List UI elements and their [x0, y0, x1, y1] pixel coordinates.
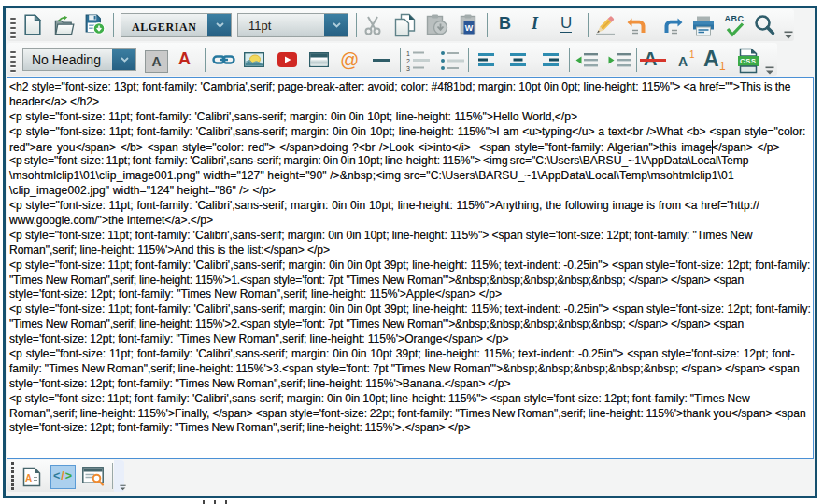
svg-text:CSS: CSS [740, 57, 757, 65]
svg-text:3: 3 [406, 65, 410, 72]
svg-text:2: 2 [406, 58, 410, 64]
svg-text:A: A [25, 473, 32, 483]
svg-text:1: 1 [406, 50, 410, 57]
svg-text:W: W [465, 23, 474, 33]
